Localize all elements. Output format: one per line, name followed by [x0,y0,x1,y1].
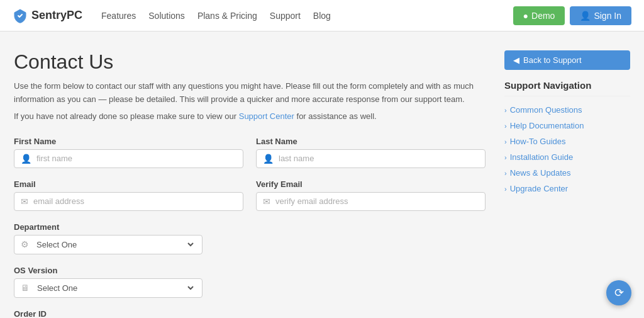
email-wrapper: ✉ [14,192,243,211]
page-description: Use the form below to contact our staff … [14,80,486,106]
circle-icon: ● [523,11,528,21]
nav-solutions[interactable]: Solutions [148,11,185,21]
list-item: › Upgrade Center [504,184,630,193]
chevron-right-icon: › [504,154,507,161]
department-group: Department ⚙ Select One Sales Billing Te… [14,222,486,254]
list-item: › Installation Guide [504,152,630,162]
sidebar: ◀ Back to Support Support Navigation › C… [504,50,630,318]
arrow-left-icon: ◀ [513,55,519,65]
sidebar-nav-list: › Common Questions › Help Documentation … [504,105,630,193]
person-icon: 👤 [21,154,31,164]
nav-support[interactable]: Support [270,11,301,21]
news-updates-link[interactable]: › News & Updates [504,168,630,178]
demo-button[interactable]: ● Demo [513,6,565,25]
common-questions-link[interactable]: › Common Questions [504,105,630,115]
email-input[interactable] [33,196,236,206]
gear-icon: ⚙ [21,239,29,249]
main-section: Contact Us Use the form below to contact… [14,50,486,318]
brand-logo[interactable]: SentryPC [13,8,82,23]
nav-features[interactable]: Features [101,11,136,21]
person-icon-2: 👤 [263,154,274,164]
last-name-wrapper: 👤 [256,149,486,168]
list-item: › Common Questions [504,105,630,115]
list-item: › News & Updates [504,168,630,178]
first-name-label: First Name [14,137,243,146]
installation-guide-link[interactable]: › Installation Guide [504,152,630,162]
nav-pricing[interactable]: Plans & Pricing [197,11,257,21]
back-to-support-button[interactable]: ◀ Back to Support [504,50,630,70]
page-note: If you have not already done so please m… [14,111,486,121]
first-name-group: First Name 👤 [14,137,243,168]
navbar-actions: ● Demo 👤 Sign In [513,6,631,25]
chevron-right-icon: › [504,185,507,193]
department-select-wrapper: ⚙ Select One Sales Billing Technical Sup… [14,235,203,254]
signin-button[interactable]: 👤 Sign In [570,6,631,25]
sentry-logo-icon [13,8,28,23]
list-item: › Help Documentation [504,121,630,130]
os-select-wrapper: 🖥 Select One Windows 7 Windows 8 Windows… [14,278,203,298]
email-icon-2: ✉ [263,196,270,207]
user-icon: 👤 [580,11,591,21]
os-version-group: OS Version 🖥 Select One Windows 7 Window… [14,266,486,298]
email-row: Email ✉ Verify Email ✉ [14,179,486,211]
monitor-icon: 🖥 [21,283,30,293]
email-group: Email ✉ [14,179,243,211]
first-name-wrapper: 👤 [14,149,243,168]
floating-help-button[interactable]: ⟳ [606,280,631,305]
order-id-label: Order ID [14,309,486,318]
order-id-group: Order ID 🛒 [14,309,486,318]
page-title: Contact Us [14,50,486,74]
verify-email-wrapper: ✉ [256,192,486,211]
help-documentation-link[interactable]: › Help Documentation [504,121,630,130]
department-select[interactable]: Select One Sales Billing Technical Suppo… [34,239,196,250]
first-name-input[interactable] [36,154,236,163]
chevron-right-icon: › [504,122,507,130]
chevron-right-icon: › [504,138,507,145]
last-name-group: Last Name 👤 [256,137,486,168]
upgrade-center-link[interactable]: › Upgrade Center [504,184,630,193]
name-row: First Name 👤 Last Name 👤 [14,137,486,168]
verify-email-input[interactable] [275,196,479,206]
os-version-select[interactable]: Select One Windows 7 Windows 8 Windows 1… [35,283,196,293]
nav-links: Features Solutions Plans & Pricing Suppo… [101,11,513,21]
email-label: Email [14,179,243,189]
brand-name-text: SentryPC [31,9,82,22]
page-content: Contact Us Use the form below to contact… [1,31,643,318]
support-navigation-title: Support Navigation [504,80,630,96]
navbar: SentryPC Features Solutions Plans & Pric… [0,0,644,31]
department-label: Department [14,222,486,232]
support-center-link[interactable]: Support Center [239,111,294,121]
list-item: › How-To Guides [504,137,630,146]
last-name-label: Last Name [256,137,486,146]
os-version-label: OS Version [14,266,486,275]
help-icon: ⟳ [614,286,624,300]
last-name-input[interactable] [279,154,479,163]
chevron-right-icon: › [504,169,507,177]
verify-email-label: Verify Email [256,179,486,189]
nav-blog[interactable]: Blog [313,11,331,21]
chevron-right-icon: › [504,106,507,114]
email-icon: ✉ [21,196,28,207]
verify-email-group: Verify Email ✉ [256,179,486,211]
how-to-guides-link[interactable]: › How-To Guides [504,137,630,146]
